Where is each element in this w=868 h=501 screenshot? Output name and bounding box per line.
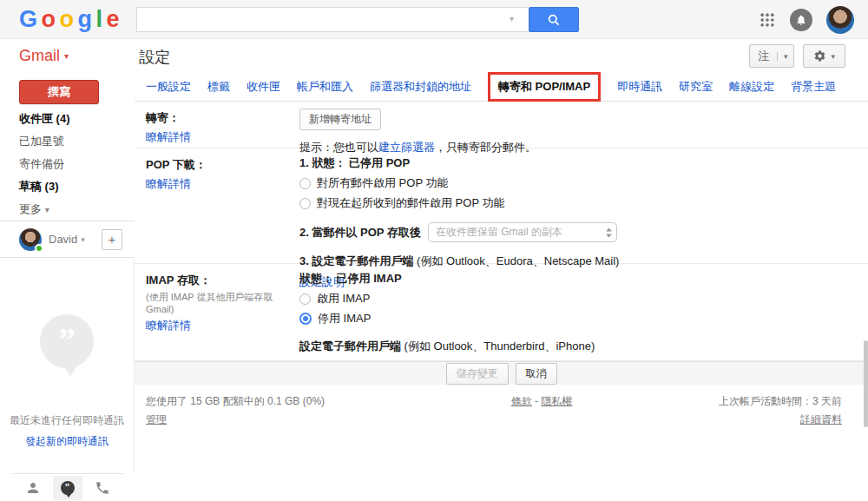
imap-enable-option[interactable]: 啟用 IMAP — [299, 291, 868, 307]
tab-labs[interactable]: 研究室 — [679, 79, 713, 95]
tab-forwarding-pop-imap[interactable]: 轉寄和 POP/IMAP — [488, 72, 601, 102]
add-forwarding-address-button[interactable]: 新增轉寄地址 — [299, 109, 381, 130]
footer-separator: - — [532, 395, 542, 407]
logo-letter: G — [19, 6, 36, 32]
person-icon — [25, 480, 41, 496]
pop-learn-more-link[interactable]: 瞭解詳情 — [146, 176, 289, 192]
presence-dot — [35, 244, 43, 253]
user-avatar[interactable] — [19, 228, 42, 251]
pop-enable-from-now-label: 對現在起所收到的郵件啟用 POP 功能 — [317, 195, 504, 211]
chevron-down-icon: ▾ — [831, 52, 835, 61]
start-new-chat-link[interactable]: 發起新的即時通訊 — [0, 434, 134, 449]
page-title: 設定 — [139, 47, 170, 68]
pop-enable-all-label: 對所有郵件啟用 POP 功能 — [317, 175, 448, 191]
save-changes-button[interactable]: 儲存變更 — [446, 363, 509, 385]
pop-status-line: 1. 狀態： 已停用 POP — [299, 155, 868, 171]
search-button[interactable] — [529, 7, 579, 32]
forwarding-label: 轉寄： — [146, 110, 289, 126]
gmail-label: Gmail — [19, 47, 60, 64]
sidebar-item-inbox[interactable]: 收件匣 (4) — [0, 108, 135, 130]
radio-icon[interactable] — [299, 198, 311, 209]
gmail-menu[interactable]: Gmail ▾ — [19, 47, 69, 65]
pop-action-dropdown[interactable]: 在收件匣保留 Gmail 的副本 — [428, 222, 617, 242]
imap-client-bold: 設定電子郵件用戶端 — [299, 339, 401, 353]
cancel-button[interactable]: 取消 — [516, 363, 557, 385]
search-options-caret-icon[interactable]: ▾ — [510, 14, 514, 23]
imap-section: IMAP 存取： (使用 IMAP 從其他用戶端存取 Gmail) 瞭解詳情 狀… — [135, 264, 868, 361]
tab-offline[interactable]: 離線設定 — [729, 79, 774, 95]
imap-disable-label: 停用 IMAP — [318, 311, 371, 326]
tab-accounts-import[interactable]: 帳戶和匯入 — [297, 79, 353, 95]
chat-user-row: David ▾ + — [0, 221, 135, 258]
sidebar-item-drafts[interactable]: 草稿 (3) — [0, 175, 135, 198]
quote-glyph: ” — [40, 320, 94, 359]
sidebar-nav: 收件匣 (4) 已加星號 寄件備份 草稿 (3) 更多 ▾ — [0, 108, 135, 221]
settings-footer: 您使用了 15 GB 配額中的 0.1 GB (0%) 管理 條款 - 隱私權 … — [135, 385, 868, 501]
tab-themes[interactable]: 背景主題 — [791, 79, 836, 95]
user-name[interactable]: David — [49, 233, 77, 246]
imap-enable-label: 啟用 IMAP — [317, 291, 370, 307]
radio-checked-icon[interactable] — [299, 313, 312, 325]
contacts-tab[interactable] — [18, 476, 48, 500]
chevron-down-icon: ▾ — [81, 235, 85, 244]
pop-section: POP 下載： 瞭解詳情 1. 狀態： 已停用 POP 對所有郵件啟用 POP … — [135, 148, 868, 264]
phone-tab[interactable] — [88, 476, 117, 500]
terms-link[interactable]: 條款 — [511, 395, 532, 407]
settings-gear-button[interactable]: ▾ — [803, 44, 845, 68]
logo-letter: o — [42, 6, 55, 32]
imap-sublabel: (使用 IMAP 從其他用戶端存取 Gmail) — [146, 291, 289, 314]
account-avatar[interactable] — [826, 6, 854, 34]
privacy-link[interactable]: 隱私權 — [541, 395, 572, 407]
imap-learn-more-link[interactable]: 瞭解詳情 — [146, 318, 289, 333]
tab-filters-blocked[interactable]: 篩選器和封鎖的地址 — [370, 79, 471, 95]
more-label: 更多 — [19, 202, 42, 215]
compose-button[interactable]: 撰寫 — [19, 80, 99, 104]
sidebar-item-sent[interactable]: 寄件備份 — [0, 153, 135, 175]
logo-letter: g — [78, 6, 91, 32]
details-link[interactable]: 詳細資料 — [800, 412, 842, 427]
sidebar-item-more[interactable]: 更多 ▾ — [0, 198, 135, 221]
storage-usage-text: 您使用了 15 GB 配額中的 0.1 GB (0%) — [146, 394, 432, 409]
google-logo[interactable]: G o o g l e — [19, 6, 118, 33]
imap-disable-option[interactable]: 停用 IMAP — [299, 311, 868, 326]
pop-step2-label: 2. 當郵件以 POP 存取後 — [299, 225, 421, 241]
chevron-down-icon: ▾ — [64, 51, 69, 61]
chevron-down-icon[interactable]: ▾ — [777, 52, 794, 61]
action-strip: 儲存變更 取消 — [135, 361, 868, 385]
product-header: Gmail ▾ 設定 注 ▾ ▾ — [0, 39, 868, 73]
topbar: G o o g l e ▾ — [0, 0, 868, 39]
last-account-activity-text: 上次帳戶活動時間：3 天前 — [651, 394, 842, 409]
chat-panel: ” 最近未進行任何即時通訊 發起新的即時通訊 — [0, 259, 135, 473]
tab-general[interactable]: 一般設定 — [146, 79, 191, 95]
search-input[interactable] — [136, 7, 529, 32]
hangouts-tab[interactable]: ” — [53, 476, 82, 500]
chat-empty-message: 最近未進行任何即時通訊 — [0, 413, 134, 428]
imap-status-line: 狀態： 已停用 IMAP — [299, 271, 868, 287]
tab-chat[interactable]: 即時通訊 — [617, 79, 662, 95]
sidebar: 撰寫 收件匣 (4) 已加星號 寄件備份 草稿 (3) 更多 ▾ David ▾… — [0, 73, 135, 501]
gmail-settings-page: G o o g l e ▾ Gmail ▾ 設定 — [0, 0, 868, 501]
manage-storage-link[interactable]: 管理 — [146, 412, 167, 427]
pop-label: POP 下載： — [146, 157, 289, 173]
add-contact-button[interactable]: + — [102, 229, 122, 250]
gear-icon — [813, 49, 826, 63]
notifications-bell-icon[interactable] — [790, 9, 812, 31]
apps-grid-icon[interactable] — [759, 11, 776, 29]
tab-labels[interactable]: 標籤 — [207, 79, 230, 95]
imap-label: IMAP 存取： — [146, 273, 289, 288]
pop-enable-all-option[interactable]: 對所有郵件啟用 POP 功能 — [299, 175, 868, 191]
sidebar-footer: ” — [0, 473, 135, 501]
forwarding-learn-more-link[interactable]: 瞭解詳情 — [146, 129, 289, 145]
input-tools-button[interactable]: 注 ▾ — [749, 44, 795, 68]
sidebar-item-starred[interactable]: 已加星號 — [0, 130, 135, 153]
imap-client-line: 設定電子郵件用戶端 (例如 Outlook、Thunderbird、iPhone… — [299, 339, 868, 354]
chevron-down-icon: ▾ — [45, 205, 49, 214]
tab-inbox[interactable]: 收件匣 — [247, 79, 280, 95]
pop-enable-from-now-option[interactable]: 對現在起所收到的郵件啟用 POP 功能 — [299, 195, 868, 211]
radio-icon[interactable] — [299, 293, 311, 305]
scrollbar-thumb[interactable] — [864, 340, 868, 427]
logo-letter: l — [96, 6, 102, 32]
bell-glyph — [795, 14, 807, 26]
radio-icon[interactable] — [299, 178, 311, 189]
phone-icon — [95, 480, 110, 496]
